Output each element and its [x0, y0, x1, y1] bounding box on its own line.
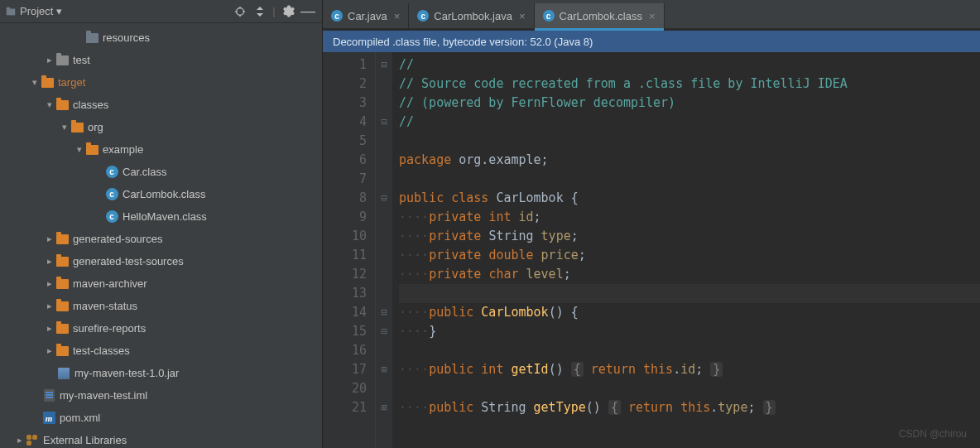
decompiled-banner: Decompiled .class file, bytecode version… [323, 31, 980, 52]
tree-node-resources[interactable]: ▸resources [0, 26, 322, 49]
tree-node-example[interactable]: ▾example [0, 138, 322, 161]
tab-label: CarLombok.java [434, 10, 512, 22]
tree-node-jar[interactable]: my-maven-test-1.0.jar [0, 362, 322, 384]
maven-icon: m [43, 412, 55, 424]
chevron-right-icon[interactable]: ▸ [45, 345, 55, 356]
tree-label: my-maven-test-1.0.jar [74, 367, 179, 379]
svg-point-2 [237, 7, 244, 15]
tree-node-testclasses[interactable]: ▸test-classes [0, 340, 322, 362]
tree-label: target [58, 76, 85, 89]
project-tree[interactable]: ▸resources ▸test ▾target ▾classes ▾org ▾… [0, 23, 322, 448]
chevron-right-icon[interactable]: ▸ [15, 435, 25, 446]
expand-all-icon[interactable] [251, 2, 269, 21]
folder-icon [41, 78, 54, 88]
watermark: CSDN @chirou [899, 428, 967, 440]
tree-label: maven-archiver [73, 277, 147, 290]
folder-icon [56, 346, 69, 356]
tree-node-classes[interactable]: ▾classes [0, 94, 322, 116]
class-icon: c [331, 10, 343, 22]
chevron-down-icon[interactable]: ▾ [60, 122, 70, 132]
folder-icon [56, 324, 69, 334]
locate-icon[interactable] [231, 2, 249, 21]
tree-node-target[interactable]: ▾target [0, 71, 322, 94]
tree-node-hellomaven-class[interactable]: cHelloMaven.class [0, 205, 322, 228]
tab-carlombok-class[interactable]: cCarLombok.class× [535, 3, 665, 28]
tree-label: my-maven-test.iml [60, 389, 147, 402]
close-icon[interactable]: × [519, 10, 526, 22]
tree-node-org[interactable]: ▾org [0, 116, 322, 138]
line-gutter: 12345678910111213141516172021 [323, 52, 376, 448]
editor-area: cCar.java× cCarLombok.java× cCarLombok.c… [323, 0, 980, 448]
tree-label: generated-sources [73, 233, 162, 245]
tree-node-iml[interactable]: my-maven-test.iml [0, 384, 322, 407]
tree-label: pom.xml [60, 412, 100, 424]
tree-node-pom[interactable]: mpom.xml [0, 407, 322, 429]
chevron-down-icon[interactable]: ▾ [74, 144, 84, 155]
chevron-down-icon[interactable]: ▾ [56, 5, 62, 17]
tab-carlombok-java[interactable]: cCarLombok.java× [409, 3, 534, 28]
tree-label: maven-status [73, 300, 137, 312]
jar-icon [58, 368, 70, 379]
chevron-right-icon[interactable]: ▸ [45, 301, 55, 311]
tree-node-surefire[interactable]: ▸surefire-reports [0, 317, 322, 340]
folder-icon [56, 55, 69, 65]
folder-icon [56, 301, 69, 311]
tree-label: HelloMaven.class [122, 210, 207, 223]
project-title[interactable]: Project [20, 5, 53, 17]
tree-label: classes [73, 99, 108, 111]
iml-icon [44, 389, 55, 402]
tab-car-java[interactable]: cCar.java× [323, 3, 409, 28]
tree-node-gensources[interactable]: ▸generated-sources [0, 228, 322, 250]
folder-icon [56, 100, 69, 110]
project-header: Project ▾ | — [0, 0, 322, 23]
folder-icon [86, 145, 98, 155]
folder-icon [56, 257, 69, 267]
close-icon[interactable]: × [649, 10, 656, 22]
folder-icon [86, 33, 98, 43]
library-icon [26, 435, 38, 446]
tree-label: CarLombok.class [122, 188, 205, 200]
tree-node-carlombok-class[interactable]: cCarLombok.class [0, 183, 322, 205]
class-icon: c [106, 188, 118, 200]
folder-icon [56, 234, 69, 244]
project-icon [5, 6, 17, 17]
tree-node-car-class[interactable]: cCar.class [0, 161, 322, 183]
class-icon: c [543, 10, 555, 22]
hide-icon[interactable]: — [299, 2, 317, 21]
tree-node-mavenstatus[interactable]: ▸maven-status [0, 295, 322, 317]
tab-label: Car.java [348, 10, 387, 22]
folder-icon [71, 123, 84, 132]
tree-node-extlibs[interactable]: ▸External Libraries [0, 429, 322, 448]
tree-node-test[interactable]: ▸test [0, 49, 322, 71]
fold-column[interactable]: ⊟⊟⊟⊟⊟⊞⊞ [376, 52, 392, 448]
tree-label: test [73, 54, 90, 66]
chevron-down-icon[interactable]: ▾ [45, 99, 55, 110]
source-code[interactable]: // // Source code recreated from a .clas… [392, 52, 980, 448]
folder-icon [56, 279, 69, 289]
svg-marker-8 [257, 13, 263, 17]
tree-label: surefire-reports [73, 322, 146, 335]
project-tool-window: Project ▾ | — ▸resources ▸test ▾target ▾… [0, 0, 323, 448]
tree-label: test-classes [73, 344, 130, 357]
chevron-right-icon[interactable]: ▸ [45, 256, 55, 267]
tree-node-mavenarchiver[interactable]: ▸maven-archiver [0, 272, 322, 295]
chevron-right-icon[interactable]: ▸ [45, 55, 55, 65]
chevron-right-icon[interactable]: ▸ [45, 278, 55, 289]
chevron-right-icon[interactable]: ▸ [45, 234, 55, 244]
tree-label: Car.class [122, 166, 166, 178]
svg-marker-7 [257, 7, 263, 10]
divider: | [271, 2, 277, 21]
code-area[interactable]: 12345678910111213141516172021 ⊟⊟⊟⊟⊟⊞⊞ //… [323, 52, 980, 448]
chevron-down-icon[interactable]: ▾ [30, 77, 40, 88]
tree-label: generated-test-sources [73, 255, 184, 267]
svg-rect-1 [7, 7, 10, 9]
svg-rect-0 [7, 8, 16, 15]
tree-node-gentestsources[interactable]: ▸generated-test-sources [0, 250, 322, 272]
tree-label: resources [103, 31, 150, 44]
tree-label: External Libraries [43, 434, 127, 446]
tab-label: CarLombok.class [560, 10, 642, 22]
close-icon[interactable]: × [394, 10, 401, 22]
tree-label: example [103, 143, 143, 156]
gear-icon[interactable] [279, 2, 297, 21]
chevron-right-icon[interactable]: ▸ [45, 323, 55, 334]
